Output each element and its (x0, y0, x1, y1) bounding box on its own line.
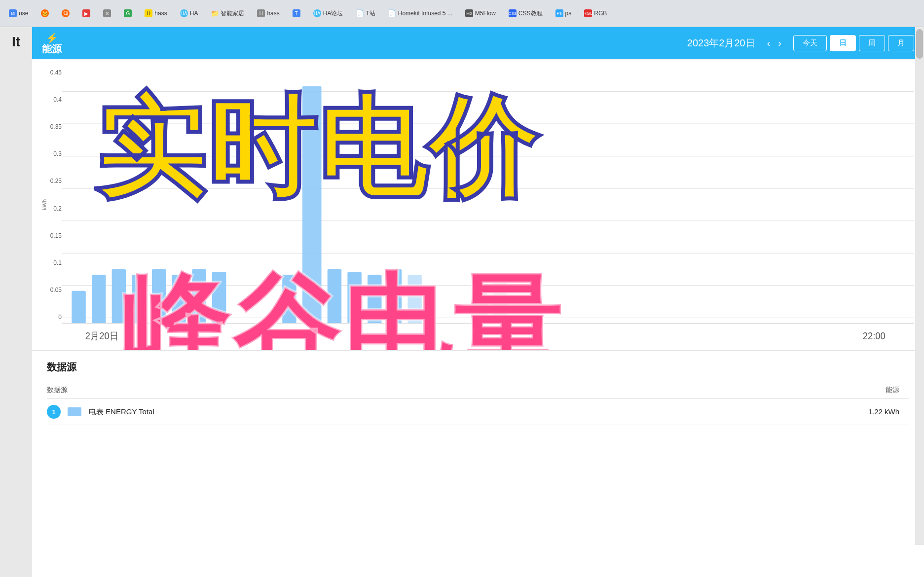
tab-zhi[interactable]: 知 (57, 7, 74, 19)
svg-rect-18 (302, 86, 322, 324)
tab-label-hass2: hass (267, 10, 279, 17)
tab-m5flow[interactable]: M5 M5Flow (460, 7, 501, 19)
app-logo: ⚡ 能源 (42, 33, 62, 54)
svg-rect-26 (493, 283, 507, 323)
tab-icon-youtube: ▶ (82, 9, 90, 17)
svg-rect-10 (72, 291, 85, 324)
y-label-1: 0.4 (53, 96, 62, 103)
tab-label-ps: ps (565, 10, 572, 17)
col-header-energy: 能源 (244, 386, 909, 395)
tab-label-rgb: RGB (594, 10, 607, 17)
svg-rect-25 (473, 286, 487, 323)
tab-translate[interactable]: T (288, 7, 305, 19)
tab-icon-translate: T (293, 9, 300, 17)
tab-label-m5flow: M5Flow (475, 10, 496, 17)
svg-rect-23 (388, 269, 402, 323)
svg-rect-13 (132, 275, 146, 323)
header-bar: ⚡ 能源 2023年2月20日 ‹ › 今天 日 周 月 (32, 27, 924, 59)
main-content: ⚡ 能源 2023年2月20日 ‹ › 今天 日 周 月 0.45 0.4 0.… (32, 27, 924, 577)
tab-icon-zhi: 知 (62, 9, 70, 17)
week-button[interactable]: 周 (859, 35, 885, 51)
y-label-2: 0.35 (50, 123, 62, 130)
tab-icon-hass1: H (145, 9, 152, 17)
tab-hass2[interactable]: H hass (252, 7, 284, 19)
tab-google[interactable]: G (119, 7, 137, 19)
scroll-thumb[interactable] (916, 29, 923, 59)
tab-label-use: use (19, 10, 28, 17)
tab-hass1[interactable]: H hass (140, 7, 172, 19)
tab-rgb[interactable]: RGB RGB (579, 7, 612, 19)
svg-rect-22 (368, 275, 381, 323)
svg-text:22:00: 22:00 (863, 331, 886, 342)
prev-date-button[interactable]: ‹ (763, 36, 775, 51)
y-label-8: 0.05 (50, 287, 62, 293)
tab-ha-forum[interactable]: HA HA论坛 (308, 7, 348, 20)
data-source-table: 数据源 能源 1 电表 ENERGY Total 1.22 kWh (47, 382, 909, 425)
svg-text:2月20日: 2月20日 (85, 331, 118, 342)
table-row: 1 电表 ENERGY Total 1.22 kWh (47, 399, 909, 425)
tab-use[interactable]: 🖥 use (4, 7, 33, 19)
svg-rect-19 (282, 275, 296, 323)
y-label-7: 0.1 (53, 259, 62, 266)
y-label-4: 0.25 (50, 178, 62, 184)
svg-rect-21 (347, 272, 361, 324)
tab-icon-twitter: ✕ (103, 9, 111, 17)
col-header-source: 数据源 (47, 386, 244, 395)
y-label-9: 0 (58, 314, 62, 321)
tab-label-homekit: Homekit Infused 5 ... (398, 10, 452, 17)
svg-rect-20 (328, 269, 341, 323)
svg-rect-24 (407, 275, 421, 323)
next-date-button[interactable]: › (774, 36, 785, 51)
scrollbar[interactable] (915, 27, 924, 545)
tab-icon-homekit: 📄 (388, 9, 396, 17)
tab-youtube[interactable]: ▶ (77, 7, 95, 19)
tab-icon-tstation: 📄 (356, 9, 364, 17)
browser-tab-bar: 🖥 use 🐱 知 ▶ ✕ G H hass HA HA 📁 智能家居 H ha… (0, 0, 924, 27)
today-button[interactable]: 今天 (793, 35, 827, 51)
chart-svg: 2月20日 22:00 (62, 59, 914, 350)
tab-icon-m5flow: M5 (465, 9, 473, 17)
tab-tstation[interactable]: 📄 T站 (351, 7, 380, 20)
svg-rect-15 (172, 275, 186, 323)
tab-label-css: CSS教程 (518, 9, 543, 18)
logo-icon: ⚡ (46, 33, 58, 43)
energy-chart: 0.45 0.4 0.35 0.3 0.25 0.2 0.15 0.1 0.05… (32, 59, 924, 350)
data-source-title: 数据源 (47, 361, 909, 374)
header-date: 2023年2月20日 (687, 36, 755, 50)
tab-ps[interactable]: Ps ps (551, 7, 577, 19)
row-badge: 1 (47, 405, 61, 419)
svg-rect-12 (112, 269, 126, 323)
row-energy-value: 1.22 kWh (868, 407, 899, 416)
tab-icon-ha: HA (180, 9, 188, 17)
tab-icon-use: 🖥 (9, 9, 17, 17)
y-label-5: 0.2 (53, 205, 62, 212)
sidebar-letter: It (0, 27, 32, 577)
tab-icon-hass2: H (257, 9, 265, 17)
month-button[interactable]: 月 (888, 35, 914, 51)
tab-homekit[interactable]: 📄 Homekit Infused 5 ... (383, 7, 457, 19)
row-energy: 1.22 kWh (244, 407, 909, 416)
tab-icon-ha-forum: HA (313, 9, 321, 17)
row-source: 1 电表 ENERGY Total (47, 405, 244, 419)
tab-kitty[interactable]: 🐱 (36, 7, 54, 19)
tab-icon-kitty: 🐱 (41, 9, 49, 17)
tab-label-ha: HA (190, 10, 198, 17)
tab-label-tstation: T站 (366, 9, 375, 18)
tab-label-hass1: hass (154, 10, 167, 17)
tab-twitter[interactable]: ✕ (98, 7, 116, 19)
day-button[interactable]: 日 (830, 35, 856, 51)
y-label-0: 0.45 (50, 69, 62, 76)
y-unit: kWh (41, 199, 47, 210)
tab-label-ha-forum: HA论坛 (323, 9, 343, 18)
data-source-section: 数据源 数据源 能源 1 电表 ENERGY Total 1.22 kWh (32, 350, 924, 435)
tab-css[interactable]: CSS CSS教程 (504, 7, 548, 20)
tab-label-smarthome: 智能家居 (221, 9, 244, 18)
tab-icon-rgb: RGB (584, 9, 592, 17)
tab-icon-smarthome: 📁 (211, 9, 219, 17)
y-axis: 0.45 0.4 0.35 0.3 0.25 0.2 0.15 0.1 0.05… (37, 69, 62, 321)
tab-smarthome[interactable]: 📁 智能家居 (206, 7, 249, 20)
tab-ha[interactable]: HA HA (175, 7, 203, 19)
tab-icon-css: CSS (509, 9, 517, 17)
row-color-indicator (68, 407, 81, 416)
table-header: 数据源 能源 (47, 382, 909, 399)
